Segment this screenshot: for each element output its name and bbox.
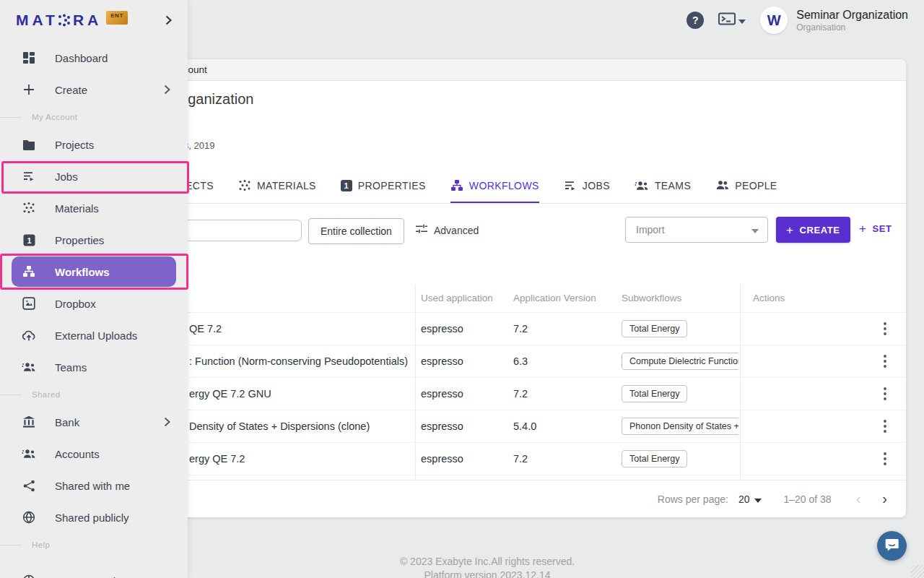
org-name: Seminar Organization [796, 8, 908, 22]
entity-tabs: PROJECTSMATERIALS1PROPERTIESWORKFLOWSJOB… [108, 168, 906, 204]
advanced-label: Advanced [434, 225, 479, 236]
tab-label: MATERIALS [257, 180, 316, 191]
subworkflow-chip[interactable]: Total Energy [622, 450, 687, 467]
toolbar: Entire collection Advanced Import + CREA… [108, 217, 906, 247]
tab-teams[interactable]: TEAMS [635, 168, 691, 203]
caret-down-icon [754, 493, 762, 505]
logo-dots-icon [57, 13, 71, 27]
tab-workflows[interactable]: WORKFLOWS [450, 168, 539, 203]
sidebar-item-teams[interactable]: Teams [0, 351, 188, 383]
avatar: W [760, 7, 788, 34]
sidebar-item-label: Bank [55, 416, 79, 428]
resize-grip [911, 565, 924, 578]
dashboard-icon [22, 51, 36, 64]
sidebar-collapse-icon[interactable] [165, 15, 172, 25]
tab-label: WORKFLOWS [469, 180, 539, 191]
sidebar-item-documentation[interactable]: Documentation [0, 565, 188, 578]
sidebar-nav: DashboardCreateMy AccountProjectsJobsMat… [0, 42, 188, 578]
previous-page-button[interactable]: ‹ [856, 491, 861, 507]
svg-text:1: 1 [27, 236, 31, 244]
sidebar-item-dropbox[interactable]: Dropbox [0, 288, 188, 319]
tab-label: PEOPLE [735, 180, 777, 191]
row-actions-menu-icon[interactable] [876, 410, 894, 442]
sidebar-item-properties[interactable]: 1Properties [0, 224, 188, 256]
sidebar-item-label: Workflows [55, 266, 110, 278]
import-dropdown[interactable]: Import [625, 217, 768, 243]
subworkflow-chip[interactable]: Total Energy [622, 385, 687, 402]
column-header-actions: Actions [753, 285, 785, 312]
properties-count-badge: 1 [341, 180, 352, 191]
main-content-card: Account Seminar Organization 3, 2019 PRO… [108, 59, 906, 517]
sidebar-item-materials[interactable]: Materials [0, 192, 188, 224]
workflows-icon [22, 265, 36, 278]
application-version: 6.3 [513, 345, 528, 377]
used-application: espresso [421, 443, 463, 475]
table-row: Density of States + Dispersions (clone)e… [108, 410, 906, 443]
sidebar-item-shared-publicly[interactable]: Shared publicly [0, 501, 188, 533]
doc-icon [22, 574, 36, 578]
sidebar-item-bank[interactable]: Bank [0, 406, 188, 438]
chat-launcher-button[interactable] [877, 531, 907, 561]
table-row: QE 7.2espresso7.2Total Energy [108, 313, 906, 345]
tab-properties[interactable]: 1PROPERTIES [341, 168, 426, 203]
sidebar-item-shared-with-me[interactable]: Shared with me [0, 470, 188, 501]
tab-jobs[interactable]: JOBS [564, 168, 610, 203]
workflow-name: : Function (Norm-conserving Pseudopotent… [189, 345, 408, 377]
row-actions-menu-icon[interactable] [876, 378, 894, 410]
rows-per-page-select[interactable]: 20 [738, 493, 762, 505]
folder-icon [22, 139, 36, 150]
set-button[interactable]: + SET [859, 223, 892, 235]
sidebar-item-jobs[interactable]: Jobs [0, 160, 188, 192]
sidebar-item-external-uploads[interactable]: External Uploads [0, 319, 188, 351]
row-actions-menu-icon[interactable] [876, 345, 894, 377]
create-button[interactable]: + CREATE [776, 217, 850, 243]
column-header-application-version: Application Version [513, 285, 596, 312]
sidebar-item-label: Documentation [55, 575, 128, 578]
application-version: 7.2 [513, 378, 528, 410]
subworkflow-chip[interactable]: Phonon Density of States + D [622, 418, 738, 435]
properties-icon: 1 [22, 234, 36, 246]
console-dropdown-icon[interactable] [718, 12, 746, 28]
jobs-icon [564, 180, 577, 191]
column-header-used-application: Used application [421, 285, 493, 312]
sidebar-item-projects[interactable]: Projects [0, 129, 188, 160]
people2-icon [715, 180, 729, 191]
sidebar-item-label: Teams [55, 361, 87, 374]
help-icon[interactable]: ? [687, 12, 704, 29]
advanced-filters-button[interactable]: Advanced [415, 223, 479, 237]
tab-people[interactable]: PEOPLE [715, 168, 777, 203]
used-application: espresso [421, 313, 463, 345]
next-page-button[interactable]: › [882, 491, 887, 507]
row-actions-menu-icon[interactable] [876, 313, 894, 345]
used-application: espresso [421, 378, 463, 410]
pagination-range: 1–20 of 38 [783, 493, 831, 505]
plus-icon: + [786, 224, 794, 236]
share-icon [22, 480, 36, 492]
breadcrumb[interactable]: Account [108, 59, 906, 81]
jobs-icon [22, 171, 36, 182]
sidebar-item-accounts[interactable]: Accounts [0, 438, 188, 470]
dropbox-icon [22, 297, 36, 310]
subworkflow-chip[interactable]: Total Energy [622, 320, 687, 337]
pagination-bar: Rows per page: 20 1–20 of 38 ‹ › [108, 480, 906, 517]
sidebar-item-label: Shared with me [55, 480, 130, 492]
account-menu[interactable]: W Seminar Organization Organisation [760, 7, 908, 34]
entire-collection-button[interactable]: Entire collection [308, 218, 404, 244]
sidebar-item-label: Shared publicly [55, 512, 129, 524]
column-header-subworkflows: Subworkflows [622, 285, 681, 312]
sidebar-item-dashboard[interactable]: Dashboard [0, 42, 188, 74]
sidebar-item-create[interactable]: Create [0, 74, 188, 105]
sidebar-section-help: Help [0, 533, 188, 556]
sidebar-item-label: Accounts [55, 448, 100, 460]
mat3ra-logo[interactable]: MAT RA ENT [16, 12, 128, 29]
tab-label: PROPERTIES [358, 180, 426, 191]
plus-icon: + [859, 223, 867, 235]
plus-icon [22, 83, 36, 96]
subworkflow-chip[interactable]: Compute Dielectric Function [622, 353, 738, 370]
ent-badge: ENT [106, 11, 128, 25]
row-actions-menu-icon[interactable] [876, 443, 894, 475]
sidebar-item-workflows[interactable]: Workflows [12, 256, 176, 287]
tab-materials[interactable]: MATERIALS [238, 168, 316, 203]
table-row: ergy QE 7.2espresso7.2Total Energy [108, 443, 906, 475]
sidebar-item-label: Jobs [55, 171, 78, 183]
